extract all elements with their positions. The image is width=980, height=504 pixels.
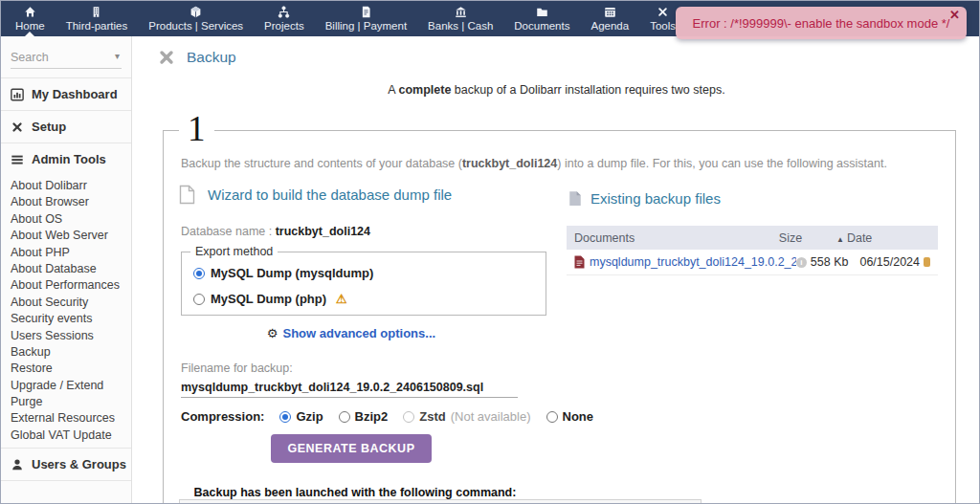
sidebar-item-about-php[interactable]: About PHP bbox=[1, 245, 131, 261]
search-row: ▾ bbox=[11, 48, 122, 69]
filename-label: Filename for backup: bbox=[181, 362, 293, 375]
nav-item-label: Documents bbox=[514, 20, 569, 32]
radio-zstd: Zstd (Not available) bbox=[403, 409, 530, 424]
radio-icon[interactable] bbox=[193, 268, 205, 279]
sidebar-item-about-browser[interactable]: About Browser bbox=[1, 194, 131, 210]
dashboard-chart-icon bbox=[11, 88, 24, 101]
radio-mysqldump-php[interactable]: MySQL Dump (php) ⚠ bbox=[193, 292, 347, 306]
bank-icon bbox=[455, 6, 467, 18]
nav-item-label: Third-parties bbox=[66, 20, 128, 32]
radio-label: MySQL Dump (mysqldump) bbox=[211, 266, 373, 280]
sidebar-item-global-vat-update[interactable]: Global VAT Update bbox=[1, 427, 131, 444]
clipped-icon bbox=[924, 257, 930, 267]
not-available-label: (Not available) bbox=[451, 409, 531, 424]
sidebar-item-users-groups[interactable]: Users & Groups bbox=[1, 449, 131, 480]
database-name-line: Database name : truckbyt_doli124 bbox=[181, 225, 370, 238]
sidebar-item-users-sessions[interactable]: Users Sessions bbox=[1, 328, 131, 344]
sidebar-item-about-os[interactable]: About OS bbox=[1, 211, 131, 228]
column-documents[interactable]: Documents bbox=[574, 231, 756, 245]
sidebar-item-about-web-server[interactable]: About Web Server bbox=[1, 228, 131, 244]
radio-label: None bbox=[563, 409, 594, 424]
advanced-options-row[interactable]: ⚙Show advanced options... bbox=[181, 326, 522, 340]
existing-backups-header[interactable]: Existing backup files bbox=[568, 190, 721, 207]
step-1-fieldset: 1 Backup the structure and contents of y… bbox=[163, 130, 956, 504]
sidebar-item-about-dolibarr[interactable]: About Dolibarr bbox=[1, 178, 131, 194]
sidebar-item-admin-tools[interactable]: Admin Tools bbox=[1, 143, 131, 175]
nav-item-documents[interactable]: Documents bbox=[503, 1, 580, 36]
column-date-label: Date bbox=[847, 231, 872, 245]
intro-text: A complete backup of a Dolibarr installa… bbox=[132, 83, 980, 97]
close-icon[interactable]: ✕ bbox=[949, 8, 960, 23]
tools-icon bbox=[157, 48, 176, 67]
existing-backups-link[interactable]: Existing backup files bbox=[590, 190, 721, 207]
radio-gzip[interactable]: Gzip bbox=[279, 409, 323, 424]
table-row: mysqldump_truckbyt_doli124_19.0.2_240615… bbox=[567, 250, 938, 275]
folder-icon bbox=[536, 6, 548, 18]
sidebar-item-backup[interactable]: Backup bbox=[1, 344, 131, 361]
backup-file-link[interactable]: mysqldump_truckbyt_doli124_19.0.2_240615… bbox=[590, 255, 796, 269]
wizard-link[interactable]: Wizard to build the database dump file bbox=[208, 186, 452, 203]
nav-item-label: Billing | Payment bbox=[325, 20, 407, 32]
sidebar-item-label: Setup bbox=[32, 120, 66, 134]
divider bbox=[1, 480, 131, 481]
wizard-link-row[interactable]: Wizard to build the database dump file bbox=[179, 185, 452, 205]
column-size[interactable]: Size bbox=[756, 231, 825, 245]
file-date-cell: 06/15/2024 bbox=[848, 255, 930, 269]
nav-item-label: Home bbox=[15, 20, 45, 32]
sidebar-item-label: Users & Groups bbox=[32, 457, 126, 471]
show-advanced-link[interactable]: Show advanced options... bbox=[283, 326, 436, 340]
warning-icon: ⚠ bbox=[336, 292, 347, 306]
tools-icon bbox=[657, 6, 669, 18]
sidebar-item-external-resources[interactable]: External Resources bbox=[1, 410, 131, 427]
nav-item-agenda[interactable]: Agenda bbox=[580, 1, 639, 36]
sidebar-item-about-database[interactable]: About Database bbox=[1, 261, 131, 277]
column-date[interactable]: ▲Date bbox=[825, 231, 930, 245]
filename-input[interactable] bbox=[181, 378, 518, 398]
sidebar-item-security-events[interactable]: Security events bbox=[1, 311, 131, 327]
export-method-fieldset: Export method MySQL Dump (mysqldump) MyS… bbox=[181, 252, 546, 316]
nav-item-label: Banks | Cash bbox=[428, 20, 493, 32]
nav-item-label: Projects bbox=[264, 20, 304, 32]
intro-suffix: backup of a Dolibarr installation requir… bbox=[451, 83, 724, 97]
radio-mysqldump[interactable]: MySQL Dump (mysqldump) bbox=[193, 266, 373, 280]
nav-item-label: Tools bbox=[650, 20, 676, 32]
backup-description: Backup the structure and contents of you… bbox=[181, 157, 936, 170]
desc-db-name: truckbyt_doli124 bbox=[462, 157, 557, 170]
nav-item-products-services[interactable]: Products | Services bbox=[138, 1, 254, 36]
nav-item-banks-cash[interactable]: Banks | Cash bbox=[417, 1, 503, 36]
nav-item-label: Products | Services bbox=[148, 20, 243, 32]
database-name-value: truckbyt_doli124 bbox=[276, 225, 370, 238]
table-header: Documents Size ▲Date bbox=[567, 226, 938, 250]
nav-item-home[interactable]: Home bbox=[5, 1, 56, 36]
sidebar: ▾ My Dashboard Setup Admin Tools About D… bbox=[1, 36, 132, 504]
radio-bzip2[interactable]: Bzip2 bbox=[339, 409, 389, 424]
sidebar-item-purge[interactable]: Purge bbox=[1, 394, 131, 410]
sidebar-item-upgrade-extend[interactable]: Upgrade / Extend bbox=[1, 378, 131, 394]
sidebar-item-restore[interactable]: Restore bbox=[1, 361, 131, 377]
search-input[interactable] bbox=[11, 48, 122, 67]
sidebar-item-about-security[interactable]: About Security bbox=[1, 295, 131, 311]
radio-icon[interactable] bbox=[546, 411, 558, 423]
sidebar-item-about-performances[interactable]: About Performances bbox=[1, 277, 131, 294]
nav-item-third-parties[interactable]: Third-parties bbox=[56, 1, 139, 36]
nav-item-billing-payment[interactable]: Billing | Payment bbox=[315, 1, 417, 36]
page-title-row: Backup bbox=[157, 48, 236, 67]
sidebar-item-my-dashboard[interactable]: My Dashboard bbox=[1, 78, 131, 110]
page-title: Backup bbox=[187, 49, 236, 66]
nav-item-projects[interactable]: Projects bbox=[254, 1, 315, 36]
radio-icon bbox=[403, 411, 414, 423]
calendar-icon bbox=[604, 6, 616, 18]
radio-icon[interactable] bbox=[279, 411, 291, 423]
generate-backup-button[interactable]: GENERATE BACKUP bbox=[271, 434, 433, 463]
radio-icon[interactable] bbox=[339, 411, 350, 423]
backup-launched-text: Backup has been launched with the follow… bbox=[164, 486, 546, 499]
radio-icon[interactable] bbox=[193, 294, 205, 305]
desc-prefix: Backup the structure and contents of you… bbox=[181, 157, 462, 170]
radio-none[interactable]: None bbox=[546, 409, 594, 424]
radio-label: Zstd bbox=[419, 409, 445, 424]
chevron-down-icon[interactable]: ▾ bbox=[115, 51, 120, 61]
sidebar-item-label: Admin Tools bbox=[32, 152, 106, 166]
radio-label: Bzip2 bbox=[355, 409, 389, 424]
file-icon bbox=[179, 185, 195, 205]
sidebar-item-setup[interactable]: Setup bbox=[1, 111, 131, 142]
